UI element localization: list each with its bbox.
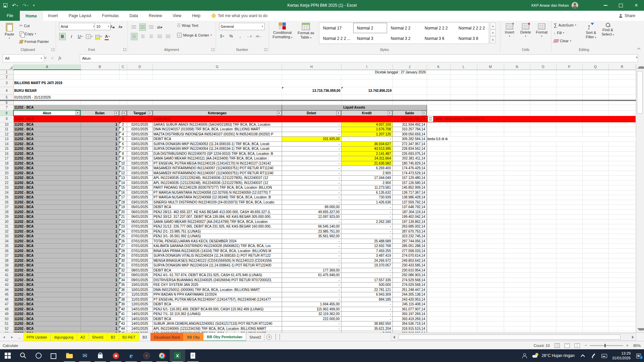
cell[interactable] [530, 110, 556, 116]
cell[interactable] [504, 263, 530, 268]
customize-qat-button[interactable]: ▾ [33, 4, 35, 7]
cell[interactable] [427, 195, 450, 200]
filter-dropdown-icon[interactable]: ▾ [336, 111, 341, 115]
tab-strip-resize-handle[interactable] [275, 334, 280, 340]
cell-B31[interactable]: 1 [80, 224, 119, 229]
cell[interactable] [530, 297, 556, 302]
cell-A50[interactable]: 11202 - BCA [13, 316, 80, 321]
cell[interactable] [80, 70, 119, 74]
cell[interactable] [556, 205, 582, 210]
cell-H9[interactable]: - [282, 116, 341, 122]
cell-C18[interactable]: 10 [119, 161, 127, 166]
cell-G31[interactable]: PENJ 31/12- 226.777.065, DEBIT BCA 231.9… [153, 224, 282, 229]
cell[interactable] [427, 229, 450, 234]
cell[interactable] [530, 307, 556, 312]
cell[interactable] [504, 239, 530, 244]
cell-D31[interactable]: 07/01/2025 [127, 224, 153, 229]
cell[interactable] [582, 100, 608, 105]
cell[interactable] [530, 74, 556, 79]
cell[interactable] [341, 74, 392, 79]
row-header-19[interactable]: 19 [0, 166, 13, 171]
touch-keyboard-icon[interactable] [601, 353, 607, 358]
cell-G24[interactable]: PT MARGA NUSANTARA IN12240058 (12.02769)… [153, 190, 282, 195]
cell[interactable] [530, 141, 556, 146]
row-header-26[interactable]: 26 [0, 200, 13, 205]
cell[interactable] [427, 79, 450, 87]
cell-B10[interactable]: 1 [80, 122, 119, 127]
cell[interactable] [608, 302, 636, 307]
cell[interactable] [556, 292, 582, 297]
cell[interactable] [608, 166, 636, 171]
cell[interactable] [582, 132, 608, 137]
cell[interactable] [153, 100, 282, 105]
cell[interactable] [582, 151, 608, 156]
chrome-browser-icon[interactable] [154, 349, 170, 362]
cell-C46[interactable]: 38 [119, 297, 127, 302]
cell-C24[interactable]: 16 [119, 190, 127, 195]
cell-I41[interactable]: - [341, 273, 392, 278]
row-header-22[interactable]: 22 [0, 180, 13, 185]
cell[interactable] [504, 146, 530, 152]
format-cells-button[interactable]: Format▾ [534, 23, 549, 38]
cell[interactable] [477, 234, 504, 239]
column-header-O[interactable]: O [530, 64, 556, 70]
header-saldo[interactable]: Saldo▾ [392, 110, 427, 116]
cell[interactable] [450, 100, 477, 105]
row-header-4[interactable]: 4 [0, 87, 13, 95]
cell[interactable] [608, 151, 636, 156]
cell[interactable] [556, 248, 582, 253]
cell-G12[interactable]: MAZTA DISTRIBUSI INDONESIA IN05240107 (0… [153, 132, 282, 137]
cell[interactable] [477, 190, 504, 195]
row-header-10[interactable]: 10 [0, 122, 13, 127]
cell[interactable] [341, 79, 392, 87]
cell-C25[interactable]: 17 [119, 195, 127, 200]
cell[interactable] [530, 263, 556, 268]
cell[interactable] [556, 244, 582, 249]
cell-H29[interactable]: 12.097.923,00 [282, 215, 341, 220]
cell-I30[interactable]: 2.262.180 [341, 219, 392, 224]
cell-B11[interactable]: 1 [80, 127, 119, 132]
cell-G37[interactable]: SURYA DONASIN VITALIS IN12240024 (11.24.… [153, 253, 282, 258]
cell[interactable] [504, 176, 530, 181]
cell[interactable] [450, 195, 477, 200]
cell[interactable] [477, 151, 504, 156]
cell[interactable] [608, 287, 636, 292]
cell-H34[interactable]: - [282, 239, 341, 244]
cell-B43[interactable]: 1 [80, 283, 119, 288]
task-view-button[interactable] [46, 349, 62, 362]
cell[interactable] [282, 79, 341, 87]
cell[interactable] [427, 176, 450, 181]
cell[interactable] [582, 253, 608, 258]
cell-B47[interactable]: 1 [80, 302, 119, 307]
cell-G18[interactable]: PT ENSEVAL PUTRA MEGA IN11240126 (124142… [153, 161, 282, 166]
row-header-40[interactable]: 40 [0, 268, 13, 273]
cell[interactable] [504, 110, 530, 116]
cell[interactable] [427, 74, 450, 79]
cell[interactable] [427, 263, 450, 268]
cell[interactable] [608, 74, 636, 79]
cell[interactable] [427, 70, 450, 74]
middle-align-button[interactable] [139, 23, 146, 31]
cell-J27[interactable]: 137.648.792,14 [392, 205, 427, 210]
cell[interactable] [427, 307, 450, 312]
cell-H31[interactable]: 66.545.140,00 [282, 224, 341, 229]
cell[interactable] [13, 74, 80, 79]
cell[interactable] [477, 283, 504, 288]
cell-H13[interactable]: 231.925,00 [282, 137, 341, 142]
cell[interactable] [450, 146, 477, 152]
header-kredit[interactable]: Kredit▾ [341, 110, 392, 116]
cell[interactable] [582, 316, 608, 321]
cell[interactable] [504, 316, 530, 321]
cell[interactable] [477, 141, 504, 146]
align-left-button[interactable] [131, 33, 138, 40]
cell[interactable] [477, 79, 504, 87]
cell-G44[interactable]: DMA IN01250011 (000066) TRF BCA, BCA, Lo… [153, 287, 282, 292]
ribbon-tab-view[interactable]: View [167, 11, 187, 21]
cell-H23[interactable]: - [282, 185, 341, 190]
cell[interactable] [556, 283, 582, 288]
cell-A28[interactable]: 11202 - BCA [13, 209, 80, 215]
cell[interactable] [504, 292, 530, 297]
cell-H19[interactable]: - [282, 166, 341, 171]
top-align-button[interactable] [131, 24, 137, 31]
cell[interactable] [530, 205, 556, 210]
